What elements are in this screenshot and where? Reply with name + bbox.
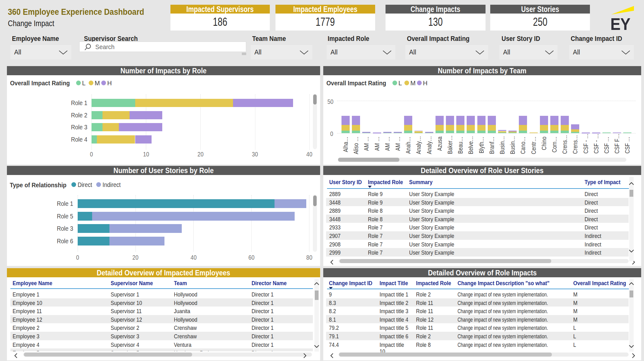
svg-text:EY: EY	[610, 15, 630, 31]
